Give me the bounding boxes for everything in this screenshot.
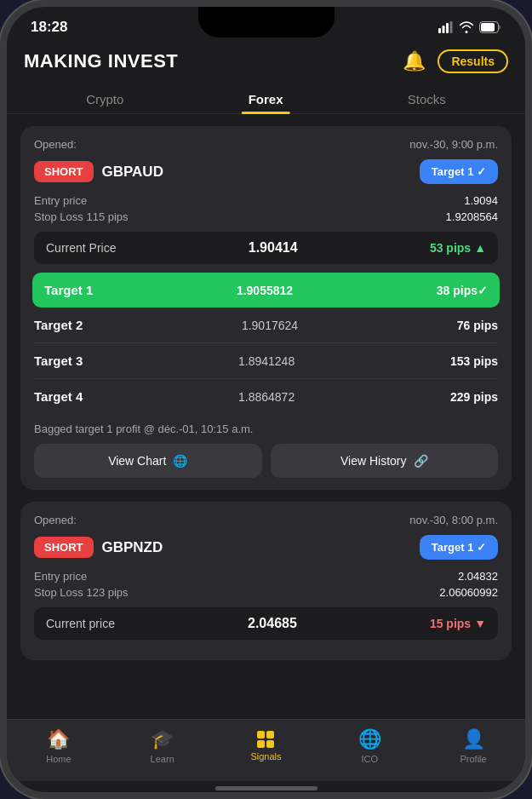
target-price-t1: 1.9055812 — [237, 284, 293, 297]
app-title: MAKING INVEST — [24, 50, 178, 72]
tab-crypto[interactable]: Crypto — [69, 85, 140, 113]
view-chart-label: View Chart — [108, 454, 166, 468]
target-price-t4: 1.8864872 — [238, 390, 295, 404]
header-actions: 🔔 Results — [403, 49, 508, 73]
target-row-2: Target 2 1.9017624 76 pips — [34, 308, 498, 343]
target-name-t4: Target 4 — [34, 389, 83, 404]
pair-name-1: GBPAUD — [102, 164, 163, 181]
opened-label-2: Opened: — [34, 514, 77, 526]
svg-rect-1 — [443, 26, 445, 33]
view-chart-button[interactable]: View Chart 🌐 — [34, 444, 262, 478]
stop-loss-label-2: Stop Loss 123 pips — [34, 586, 129, 599]
opened-date-1: nov.-30, 9:00 p.m. — [409, 138, 498, 151]
view-history-label: View History — [340, 454, 407, 468]
battery-icon — [479, 21, 501, 33]
signal-icon — [438, 21, 454, 33]
phone-inner: 18:28 — [7, 7, 525, 792]
current-pips-2: 15 pips ▼ — [430, 617, 486, 630]
trade-card-gbpaud: Opened: nov.-30, 9:00 p.m. SHORT GBPAUD … — [20, 126, 512, 490]
current-price-label-2: Current price — [46, 617, 115, 630]
view-history-button[interactable]: View History 🔗 — [271, 444, 499, 478]
signals-icon — [257, 731, 274, 748]
wifi-icon — [459, 21, 474, 33]
target-row-1: Target 1 1.9055812 38 pips✓ — [32, 273, 500, 308]
nav-label-signals: Signals — [250, 751, 281, 762]
notch — [198, 7, 335, 37]
header: MAKING INVEST 🔔 Results — [7, 39, 525, 80]
target-name-t3: Target 3 — [34, 354, 83, 368]
status-time: 18:28 — [31, 19, 67, 36]
target-row-4: Target 4 1.8864872 229 pips — [34, 379, 498, 414]
svg-rect-0 — [438, 28, 441, 33]
phone-frame: 18:28 — [0, 0, 532, 799]
nav-label-learn: Learn — [151, 754, 174, 764]
targets-container-1: Target 1 1.9055812 38 pips✓ Target 2 1.9… — [34, 273, 498, 414]
trade-left-1: SHORT GBPAUD — [34, 161, 163, 182]
chart-icon: 🌐 — [173, 454, 187, 468]
tab-forex[interactable]: Forex — [232, 85, 300, 113]
nav-item-signals[interactable]: Signals — [240, 731, 291, 762]
target-pips-t4: 229 pips — [450, 390, 498, 404]
history-icon: 🔗 — [414, 454, 428, 468]
status-icons — [438, 21, 501, 33]
results-button[interactable]: Results — [438, 49, 508, 73]
nav-item-ico[interactable]: 🌐 ICO — [344, 728, 395, 764]
pair-name-2: GBPNZD — [102, 539, 163, 556]
svg-rect-3 — [450, 21, 453, 33]
target-name-t1: Target 1 — [44, 283, 93, 297]
current-price-value-2: 2.04685 — [248, 616, 297, 631]
target-button-2[interactable]: Target 1 ✓ — [420, 535, 498, 560]
entry-value-2: 2.04832 — [458, 570, 498, 583]
entry-label-1: Entry price — [34, 194, 87, 207]
target-pips-t2: 76 pips — [457, 319, 498, 332]
short-badge-2: SHORT — [34, 537, 94, 558]
trade-info-1: SHORT GBPAUD Target 1 ✓ — [34, 159, 498, 184]
bell-icon[interactable]: 🔔 — [403, 50, 426, 72]
bottom-nav: 🏠 Home 🎓 Learn Signals � — [7, 719, 525, 781]
target-row-3: Target 3 1.8941248 153 pips — [34, 343, 498, 379]
nav-label-profile: Profile — [460, 754, 486, 764]
card-header-2: Opened: nov.-30, 8:00 p.m. — [34, 514, 498, 526]
nav-item-home[interactable]: 🏠 Home — [33, 728, 84, 764]
ico-icon: 🌐 — [358, 728, 381, 750]
current-pips-1: 53 pips ▲ — [430, 241, 486, 255]
nav-item-learn[interactable]: 🎓 Learn — [137, 728, 188, 764]
current-price-value-1: 1.90414 — [249, 240, 298, 256]
home-indicator — [215, 786, 317, 790]
stop-loss-row-2: Stop Loss 123 pips 2.06060992 — [34, 586, 498, 599]
card-header-1: Opened: nov.-30, 9:00 p.m. — [34, 138, 498, 151]
entry-value-1: 1.9094 — [464, 194, 498, 207]
target-pips-t3: 153 pips — [450, 354, 498, 368]
entry-label-2: Entry price — [34, 570, 87, 583]
entry-price-row-1: Entry price 1.9094 — [34, 194, 498, 207]
stop-loss-label-1: Stop Loss 115 pips — [34, 210, 129, 223]
learn-icon: 🎓 — [151, 728, 174, 750]
svg-rect-5 — [481, 23, 495, 32]
current-price-row-2: Current price 2.04685 15 pips ▼ — [34, 607, 498, 640]
home-icon: 🏠 — [47, 728, 70, 750]
target-pips-t1: 38 pips✓ — [437, 284, 488, 297]
tab-stocks[interactable]: Stocks — [391, 85, 463, 113]
nav-label-home: Home — [46, 754, 71, 764]
opened-date-2: nov.-30, 8:00 p.m. — [409, 514, 498, 526]
trade-left-2: SHORT GBPNZD — [34, 537, 163, 558]
content-area: MAKING INVEST 🔔 Results Crypto Forex Sto… — [7, 39, 525, 719]
target-name-t2: Target 2 — [34, 318, 83, 332]
nav-label-ico: ICO — [362, 754, 379, 764]
current-price-row-1: Current Price 1.90414 53 pips ▲ — [34, 232, 498, 264]
short-badge-1: SHORT — [34, 161, 94, 182]
profile-icon: 👤 — [462, 728, 485, 750]
trade-info-2: SHORT GBPNZD Target 1 ✓ — [34, 535, 498, 560]
stop-loss-row-1: Stop Loss 115 pips 1.9208564 — [34, 210, 498, 223]
tab-bar: Crypto Forex Stocks — [7, 80, 525, 114]
svg-rect-2 — [446, 23, 449, 33]
opened-label-1: Opened: — [34, 138, 77, 151]
entry-price-row-2: Entry price 2.04832 — [34, 570, 498, 583]
nav-item-profile[interactable]: 👤 Profile — [448, 728, 499, 764]
trade-card-gbpnzd: Opened: nov.-30, 8:00 p.m. SHORT GBPNZD … — [20, 502, 512, 660]
target-button-1[interactable]: Target 1 ✓ — [420, 159, 498, 184]
stop-loss-value-1: 1.9208564 — [446, 210, 498, 223]
action-buttons-1: View Chart 🌐 View History 🔗 — [34, 444, 498, 478]
target-price-t3: 1.8941248 — [238, 354, 295, 368]
stop-loss-value-2: 2.06060992 — [439, 586, 498, 599]
